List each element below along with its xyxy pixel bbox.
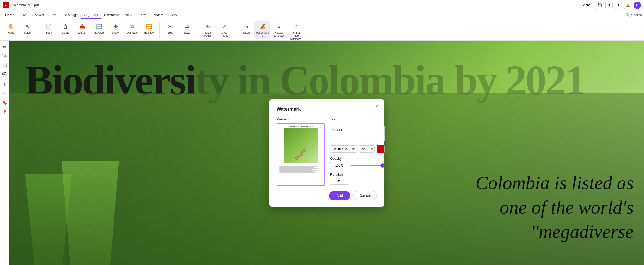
opacity-slider[interactable] bbox=[351, 165, 385, 166]
opacity-input[interactable] bbox=[330, 162, 348, 169]
tool-move[interactable]: ✥ Move bbox=[108, 21, 123, 38]
sidebar-icon-menu[interactable]: ☰ bbox=[1, 43, 8, 50]
opacity-row bbox=[330, 162, 385, 169]
hand-icon: ✋ bbox=[7, 23, 15, 30]
sidebar-icon-layers[interactable]: ◫ bbox=[1, 80, 8, 88]
tool-crop-pages[interactable]: ⤢ CropPages bbox=[217, 21, 232, 39]
bell-icon[interactable]: 🔔 bbox=[624, 2, 631, 9]
tool-split[interactable]: ✂ Split bbox=[162, 21, 178, 38]
opacity-section: Opacity: bbox=[330, 157, 385, 169]
tool-rotate-pages[interactable]: ↻ RotatePages ▾ bbox=[200, 21, 216, 42]
menu-organize[interactable]: Organize bbox=[81, 11, 101, 19]
tool-duplicate[interactable]: ⧉ Duplicate bbox=[124, 21, 140, 38]
tool-replace[interactable]: 🔁 Replace bbox=[141, 21, 157, 38]
rotation-input[interactable] bbox=[330, 178, 348, 185]
dialog-overlay: Watermark × Preview: Biodiversity in Col… bbox=[9, 41, 644, 265]
tool-header-footer[interactable]: ≡ Header& Footer bbox=[271, 21, 287, 39]
tool-delete[interactable]: 🗑 Delete bbox=[58, 21, 73, 38]
title-bar-actions: Share 💾 ⬆ ✚ 🔔 U bbox=[578, 2, 641, 9]
format-page-numbers-icon: # bbox=[292, 23, 299, 30]
swap-icon: ⇄ bbox=[183, 23, 190, 30]
replace-icon: 🔁 bbox=[145, 23, 153, 30]
tool-insert[interactable]: 📄 Insert bbox=[41, 21, 57, 38]
menu-fill-sign[interactable]: Fill & Sign bbox=[59, 11, 81, 19]
color-swatch[interactable] bbox=[377, 145, 385, 153]
rotate-pages-label: RotatePages bbox=[204, 31, 211, 38]
svg-text:A: A bbox=[5, 4, 7, 7]
title-bar: A Colombia PDF.pdf Share 💾 ⬆ ✚ 🔔 U bbox=[0, 0, 644, 10]
preview-page-image bbox=[284, 128, 318, 163]
export-icon[interactable]: ⬆ bbox=[605, 2, 613, 9]
tool-format-page-numbers[interactable]: # FormatPage Numbers bbox=[288, 21, 303, 42]
move-icon: ✥ bbox=[112, 23, 119, 30]
preview-image-bg bbox=[284, 128, 318, 163]
save-icon[interactable]: 💾 bbox=[596, 2, 603, 9]
opacity-label: Opacity: bbox=[330, 157, 385, 161]
cancel-button[interactable]: Cancel bbox=[353, 191, 377, 200]
sidebar-icon-bookmark[interactable]: 🔖 bbox=[1, 99, 8, 106]
sidebar-icon-comment[interactable]: 💬 bbox=[1, 71, 8, 78]
menu-help[interactable]: Help bbox=[167, 11, 180, 19]
split-icon: ✂ bbox=[166, 23, 174, 30]
insert-icon: 📄 bbox=[45, 23, 52, 30]
delete-icon: 🗑 bbox=[62, 23, 69, 30]
swap-label: Swap bbox=[183, 31, 190, 34]
text-line-9 bbox=[279, 172, 316, 173]
sidebar-icon-pages[interactable]: 📑 bbox=[1, 61, 8, 69]
reverse-icon: 🔄 bbox=[95, 23, 102, 30]
menu-comment[interactable]: Comment bbox=[101, 11, 122, 19]
hand-label: Hand bbox=[8, 31, 14, 34]
menu-protect[interactable]: Protect bbox=[150, 11, 167, 19]
menu-convert[interactable]: Convert bbox=[29, 11, 47, 19]
document-title: Colombia PDF.pdf bbox=[11, 3, 578, 7]
replace-label: Replace bbox=[144, 31, 154, 34]
menu-home[interactable]: Home bbox=[2, 11, 17, 19]
sidebar-icon-attachment[interactable]: 📎 bbox=[1, 52, 8, 59]
split-label: Split bbox=[167, 31, 172, 34]
crop-pages-label: CropPages bbox=[221, 31, 228, 38]
font-row: Courier-Bol... 72 bbox=[330, 145, 385, 153]
reverse-label: Reverse bbox=[94, 31, 104, 34]
share-button[interactable]: Share bbox=[578, 2, 594, 8]
format-page-numbers-label: FormatPage Numbers bbox=[289, 31, 302, 41]
tool-flatten[interactable]: ▭ Flatten bbox=[238, 21, 253, 38]
select-icon: ↖ bbox=[24, 23, 31, 30]
tool-extract[interactable]: 📤 Extract bbox=[74, 21, 90, 38]
sidebar-icon-edit[interactable]: ✏ bbox=[1, 90, 8, 97]
rotate-pages-icon: ↻ bbox=[204, 23, 211, 30]
text-line-3 bbox=[279, 166, 317, 167]
header-footer-icon: ≡ bbox=[275, 23, 283, 30]
menu-view[interactable]: View bbox=[122, 11, 135, 19]
extract-icon: 📤 bbox=[78, 23, 86, 30]
tool-swap[interactable]: ⇄ Swap bbox=[179, 21, 195, 38]
menu-edit[interactable]: Edit bbox=[47, 11, 59, 19]
left-sidebar: ☰ 📎 📑 💬 ◫ ✏ 🔖 📍 bbox=[0, 41, 9, 265]
dialog-close-button[interactable]: × bbox=[374, 103, 380, 110]
font-size-select[interactable]: 72 bbox=[359, 145, 375, 153]
extract-label: Extract bbox=[78, 31, 86, 34]
add-icon[interactable]: ✚ bbox=[615, 2, 622, 9]
add-button[interactable]: Add bbox=[329, 191, 350, 200]
search-label[interactable]: Search bbox=[631, 13, 642, 17]
tool-hand[interactable]: ✋ Hand bbox=[3, 21, 19, 38]
tool-select[interactable]: ↖ Select ▾ bbox=[20, 21, 35, 39]
app-logo: A bbox=[3, 2, 9, 8]
flatten-icon: ▭ bbox=[242, 23, 249, 30]
separator-1 bbox=[38, 22, 38, 38]
text-line-2 bbox=[279, 165, 316, 165]
separator-2 bbox=[159, 22, 160, 38]
preview-label: Preview: bbox=[277, 117, 325, 121]
text-line-7 bbox=[279, 170, 317, 171]
flatten-label: Flatten bbox=[242, 31, 250, 34]
search-icon: 🔍 bbox=[625, 13, 630, 17]
watermark-text-input[interactable] bbox=[330, 126, 385, 141]
duplicate-label: Duplicate bbox=[127, 31, 138, 34]
font-family-select[interactable]: Courier-Bol... bbox=[330, 145, 357, 153]
menu-form[interactable]: Form bbox=[135, 11, 149, 19]
sidebar-icon-location[interactable]: 📍 bbox=[1, 108, 8, 116]
toolbar: ✋ Hand ↖ Select ▾ 📄 Insert 🗑 Delete 📤 Ex… bbox=[0, 20, 644, 41]
menu-file[interactable]: File bbox=[17, 11, 29, 19]
tool-reverse[interactable]: 🔄 Reverse bbox=[91, 21, 107, 38]
user-avatar[interactable]: U bbox=[634, 2, 641, 9]
tool-watermark[interactable]: 🔏 Watermark ▾ bbox=[254, 21, 270, 39]
